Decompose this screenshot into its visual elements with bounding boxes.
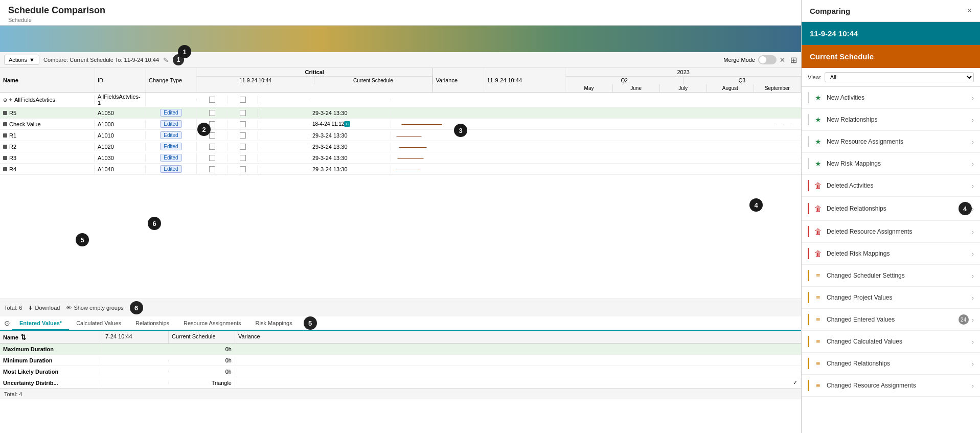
circle-badge-4: 4 [959,202,972,215]
bt-cell-current: 0h [169,356,235,364]
cell-name: R2 [0,143,95,151]
cell-change [146,99,197,101]
cell-crit2 [227,165,258,173]
bottom-table-row[interactable]: Uncertainty Distrib... Triangle ✓ [0,377,801,389]
compare-date-button[interactable]: 11-9-24 10:44 [802,22,980,45]
lines-icon: ≡ [813,293,823,302]
sidebar-item-changed-project-values[interactable]: ≡ Changed Project Values › [802,287,980,309]
sidebar-item-deleted-activities[interactable]: 🗑 Deleted Activities › [802,175,980,197]
sidebar-item-changed-scheduler-settings[interactable]: ≡ Changed Scheduler Settings › [802,265,980,287]
cell-datetime: 29-3-24 13:30 [309,109,391,117]
cell-name: R3 [0,154,95,162]
view-dropdown[interactable]: All [825,72,974,82]
sidebar-item-changed-resource-assignments[interactable]: ≡ Changed Resource Assignments › [802,375,980,397]
divider-line [808,380,809,391]
sidebar-item-new-risk-mappings[interactable]: ★ New Risk Mappings › [802,153,980,175]
sidebar-item-new-resource-assignments[interactable]: ★ New Resource Assignments › [802,131,980,153]
divider-line [808,114,809,125]
cell-id: A1010 [95,131,146,140]
sidebar-item-label: New Relationships [827,116,972,123]
sidebar-item-label: Changed Entered Values [827,316,959,323]
sidebar-item-new-relationships[interactable]: ★ New Relationships › [802,109,980,131]
status-bar: Total: 6 ⬇ Download 👁 Show empty groups … [0,299,801,316]
divider-line [808,180,809,191]
sidebar-item-label: Changed Scheduler Settings [827,272,972,279]
cell-variance [258,99,309,101]
cell-change: Edited [146,119,197,129]
sidebar-item-label: Deleted Risk Mappings [827,250,972,257]
table-row[interactable]: Check Value A1000 Edited 18-4-24 11:12 C… [0,119,801,130]
bt-cell-variance: ✓ [235,378,801,387]
tab-relationships[interactable]: Relationships [128,317,176,330]
divider-line [808,158,809,169]
gantt-header: 2023 Q2 Q3 May June July August Septembe… [566,68,802,92]
chevron-right-icon: › [972,338,974,346]
sort-icon[interactable]: ⇅ [20,333,26,341]
col-header-change: Change Type [146,68,197,92]
cell-gantt: R1 [391,134,801,136]
cell-variance [258,168,309,170]
page-header: Schedule Comparison Schedule [0,0,801,26]
col-header-name: Name [0,68,95,92]
sidebar-item-deleted-resource-assignments[interactable]: 🗑 Deleted Resource Assignments › [802,221,980,243]
table-row[interactable]: R5 A1050 Edited 29-3-24 13:30 R5 [0,107,801,119]
chevron-right-icon: › [972,138,974,146]
cell-variance [258,157,309,159]
sidebar-item-label: New Resource Assignments [827,138,972,145]
tab-calculated-values[interactable]: Calculated Values [69,317,128,330]
data-rows: ⊖ ✦ AllFieldsActvties AllFieldsActvties-… [0,93,801,299]
sidebar-item-label: Deleted Activities [827,182,972,189]
sidebar-item-deleted-risk-mappings[interactable]: 🗑 Deleted Risk Mappings › [802,243,980,265]
bottom-table-row[interactable]: Maximum Duration 0h [0,344,801,355]
circle-3: 3 [454,124,467,137]
sidebar-item-changed-calculated-values[interactable]: ≡ Changed Calculated Values › [802,331,980,353]
bottom-status: Total: 4 [0,389,801,399]
edit-icon[interactable]: ✎ [163,56,169,64]
cell-datetime: 29-3-24 13:30 [309,154,391,162]
sidebar-item-changed-relationships[interactable]: ≡ Changed Relationships › [802,353,980,375]
bottom-table: Name ⇅ 7-24 10:44 Current Schedule Varia… [0,331,801,433]
table-row[interactable]: R1 A1010 Edited 29-3-24 13:30 R1 [0,130,801,141]
divider-line [808,358,809,369]
cell-crit2 [227,154,258,162]
cell-crit2 [227,120,258,128]
close-button[interactable]: × [967,6,972,15]
current-schedule-button[interactable]: Current Schedule [802,45,980,68]
sidebar-item-new-activities[interactable]: ★ New Activities › [802,87,980,109]
bottom-table-row[interactable]: Most Likely Duration 0h [0,366,801,377]
chevron-right-icon: › [972,360,974,368]
cell-gantt [391,99,801,101]
circle-6-status: 6 [148,217,161,230]
sub-col-11-9: 11-9-24 10:44 [197,77,314,84]
bt-cell-date [102,348,169,350]
tab-entered-values[interactable]: Entered Values* [12,317,69,330]
star-icon: ★ [813,159,823,168]
show-empty-groups-button[interactable]: 👁 Show empty groups [66,305,123,311]
cell-crit2 [227,143,258,151]
sidebar-item-label: New Activities [827,94,972,101]
cell-name: Check Value [0,120,95,128]
compare-text: Compare: Current Schedule To: 11-9-24 10… [43,57,159,63]
table-row[interactable]: ⊖ ✦ AllFieldsActvties AllFieldsActvties-… [0,93,801,107]
bottom-table-row[interactable]: Minimum Duration 0h [0,355,801,366]
table-row[interactable]: R4 A1040 Edited 29-3-24 13:30 R4 [0,164,801,175]
merge-mode-x[interactable]: ✕ [780,56,785,64]
merge-mode-toggle[interactable] [758,55,777,64]
cell-change: Edited [146,108,197,118]
sidebar-item-deleted-relationships[interactable]: 🗑 Deleted Relationships 4 › [802,197,980,221]
sidebar-item-changed-entered-values[interactable]: ≡ Changed Entered Values 24 › [802,309,980,331]
grid-icon[interactable]: ⊞ [790,55,797,65]
table-row[interactable]: R3 A1030 Edited 29-3-24 13:30 R3 [0,152,801,164]
cell-datetime: 18-4-24 11:12 C [309,120,391,128]
tab-resource-assignments[interactable]: Resource Assignments [176,317,248,330]
actions-button[interactable]: Actions ▼ [4,55,39,65]
trash-icon: 🗑 [813,181,823,190]
collapse-icon[interactable]: ⊙ [4,319,10,327]
divider-line [808,136,809,147]
sidebar-item-label: Deleted Relationships [827,205,959,212]
download-button[interactable]: ⬇ Download [28,305,60,311]
tab-risk-mappings[interactable]: Risk Mappings [248,317,300,330]
chevron-right-icon: › [972,94,974,102]
table-row[interactable]: R2 A1020 Edited 29-3-24 13:30 R2 [0,141,801,152]
toolbar: Actions ▼ Compare: Current Schedule To: … [0,52,801,68]
